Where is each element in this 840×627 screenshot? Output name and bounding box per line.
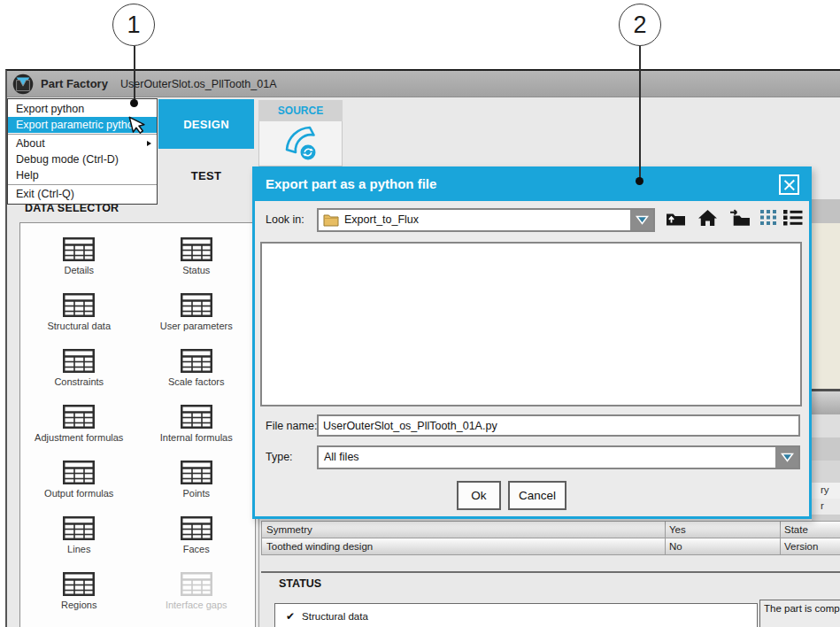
table-icon	[63, 572, 95, 596]
status-title: STATUS	[279, 577, 321, 590]
table-row: Toothed winding design No Version	[262, 538, 840, 555]
ok-button[interactable]: Ok	[457, 481, 501, 510]
table-icon	[63, 293, 95, 317]
table-icon	[181, 461, 212, 484]
background-panel-strip	[812, 391, 840, 414]
table-row: Symmetry Yes State	[262, 522, 840, 538]
property-table: Symmetry Yes State Toothed winding desig…	[261, 521, 840, 555]
table-icon	[63, 237, 95, 261]
look-in-dropdown-arrow-icon[interactable]	[630, 210, 653, 230]
grid-view-icon[interactable]	[760, 209, 778, 229]
type-value: All files	[324, 451, 359, 463]
look-in-label: Look in:	[266, 213, 304, 226]
file-name-label: File name:	[266, 420, 317, 432]
menu-item-exit[interactable]: Exit (Ctrl-Q)	[8, 186, 157, 202]
submenu-arrow-icon	[147, 141, 151, 146]
data-selector-item-output-formulas[interactable]: Output formulas	[23, 461, 135, 516]
table-icon	[181, 237, 212, 261]
tab-design[interactable]: DESIGN	[158, 99, 254, 149]
data-selector-item-status[interactable]: Status	[141, 237, 252, 293]
table-icon	[181, 516, 212, 540]
data-selector-item-adjustment-formulas[interactable]: Adjustment formulas	[23, 405, 135, 461]
table-icon	[63, 405, 95, 429]
panel-divider	[258, 519, 259, 627]
new-folder-icon[interactable]	[729, 209, 751, 230]
file-list-area[interactable]	[260, 242, 802, 406]
data-selector-item-details[interactable]: Details	[23, 237, 135, 293]
background-panel-strip	[812, 461, 840, 483]
section-divider	[261, 571, 840, 573]
data-selector-item-constraints[interactable]: Constraints	[23, 349, 135, 405]
source-panel-header: SOURCE	[258, 100, 343, 121]
callout-1: 1	[112, 4, 155, 46]
dialog-title: Export part as a python file	[266, 176, 436, 191]
list-view-icon[interactable]	[783, 209, 803, 229]
type-label: Type:	[266, 451, 293, 463]
table-icon	[63, 349, 95, 373]
background-panel-strip	[812, 515, 840, 521]
menu-separator	[8, 184, 157, 185]
app-name: Part Factory	[41, 77, 108, 90]
callout-2: 2	[619, 4, 661, 46]
status-item-label: Structural data	[302, 611, 368, 622]
table-icon	[181, 572, 212, 596]
source-part-icon[interactable]	[281, 121, 321, 166]
export-dialog: Export part as a python file Look in: Ex…	[252, 166, 812, 519]
screenshot-canvas: Part Factory UserOuterSlot.os_PllTooth_0…	[0, 0, 840, 627]
callout-1-dot	[130, 99, 138, 107]
table-icon	[63, 516, 95, 540]
cancel-button[interactable]: Cancel	[508, 481, 566, 510]
status-list: ✔ Structural data	[274, 603, 758, 627]
table-icon	[63, 461, 95, 484]
type-select[interactable]: All files	[317, 445, 800, 469]
background-panel-strip	[812, 199, 840, 223]
menu-item-help[interactable]: Help	[8, 167, 157, 183]
data-selector-panel: Details Status Structural data User para…	[19, 222, 256, 627]
app-window: Part Factory UserOuterSlot.os_PllTooth_0…	[5, 69, 840, 627]
data-selector-item-user-parameters[interactable]: User parameters	[141, 293, 252, 349]
parent-folder-icon[interactable]	[666, 209, 686, 230]
table-icon	[181, 349, 212, 373]
data-selector-item-scale-factors[interactable]: Scale factors	[141, 349, 252, 405]
title-bar: Part Factory UserOuterSlot.os_PllTooth_0…	[7, 71, 840, 97]
background-geometry-area	[812, 223, 840, 389]
data-selector-item-interface-gaps: Interface gaps	[141, 572, 252, 627]
check-icon: ✔	[286, 610, 295, 623]
data-selector-item-points[interactable]: Points	[141, 461, 252, 516]
look-in-select[interactable]: Export_to_Flux	[317, 208, 655, 232]
dialog-header: Export part as a python file	[255, 169, 809, 201]
app-logo-icon	[12, 74, 34, 98]
data-selector-item-structural-data[interactable]: Structural data	[23, 293, 135, 349]
source-panel	[258, 121, 343, 166]
status-message: The part is comple	[759, 600, 840, 627]
background-text-fragment: r	[812, 499, 840, 515]
data-selector-item-faces[interactable]: Faces	[141, 516, 252, 572]
document-name: UserOuterSlot.os_PllTooth_01A	[120, 78, 276, 90]
file-name-input[interactable]	[317, 414, 800, 437]
folder-icon	[323, 213, 339, 231]
callout-1-line	[134, 46, 135, 102]
background-panel-strip	[812, 437, 840, 461]
data-selector-item-regions[interactable]: Regions	[23, 572, 135, 627]
data-selector-item-lines[interactable]: Lines	[23, 516, 135, 572]
tab-test[interactable]: TEST	[158, 151, 254, 200]
type-dropdown-arrow-icon[interactable]	[775, 447, 798, 468]
close-icon[interactable]	[779, 174, 799, 195]
background-text-fragment: ry	[812, 483, 840, 499]
table-icon	[181, 405, 212, 429]
background-panel-strip	[812, 414, 840, 437]
menu-item-debug-mode[interactable]: Debug mode (Ctrl-D)	[8, 151, 157, 167]
callout-2-dot	[636, 177, 643, 185]
data-selector-item-internal-formulas[interactable]: Internal formulas	[141, 405, 252, 461]
table-icon	[181, 293, 212, 317]
home-icon[interactable]	[697, 209, 718, 230]
callout-2-line	[639, 46, 641, 179]
look-in-value: Export_to_Flux	[344, 213, 419, 226]
